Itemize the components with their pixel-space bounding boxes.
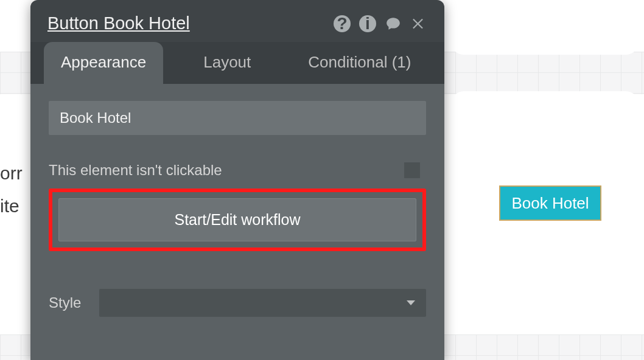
clickable-label: This element isn't clickable <box>49 162 222 179</box>
caption-input[interactable] <box>49 101 426 135</box>
tab-appearance[interactable]: Appearance <box>44 42 163 84</box>
workflow-button-highlight: Start/Edit workflow <box>49 189 426 251</box>
style-dropdown[interactable] <box>99 289 426 317</box>
panel-header-icons: ? i <box>334 15 427 32</box>
book-hotel-button[interactable]: Book Hotel <box>499 185 601 221</box>
panel-title[interactable]: Button Book Hotel <box>47 13 334 33</box>
canvas-text-fragment: orr <box>0 163 23 184</box>
canvas-card <box>450 0 639 55</box>
style-row: Style <box>49 289 426 317</box>
close-icon[interactable] <box>410 15 427 32</box>
style-label: Style <box>49 294 81 311</box>
info-icon[interactable]: i <box>359 15 376 32</box>
property-editor-panel: Button Book Hotel ? i Appearance Layout … <box>30 0 444 360</box>
panel-body: This element isn't clickable Start/Edit … <box>30 84 444 360</box>
start-edit-workflow-button[interactable]: Start/Edit workflow <box>58 198 416 241</box>
comment-icon[interactable] <box>385 15 402 32</box>
clickable-row: This element isn't clickable <box>49 162 426 179</box>
panel-header: Button Book Hotel ? i <box>30 0 444 42</box>
help-icon[interactable]: ? <box>334 15 351 32</box>
tab-conditional[interactable]: Conditional (1) <box>291 42 428 84</box>
canvas-text-fragment: ite <box>0 196 19 216</box>
tab-layout[interactable]: Layout <box>186 42 268 84</box>
panel-tabs: Appearance Layout Conditional (1) <box>30 42 444 84</box>
clickable-checkbox[interactable] <box>404 162 420 178</box>
